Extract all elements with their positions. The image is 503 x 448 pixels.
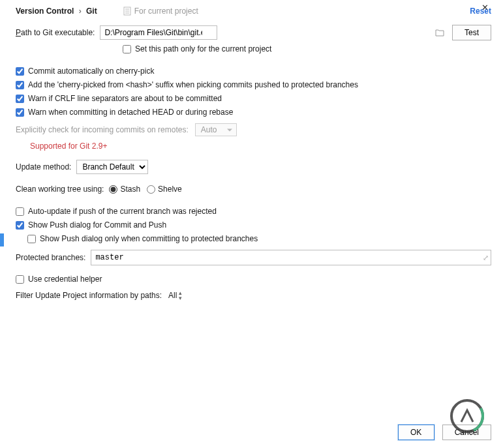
credential-checkbox[interactable] [16, 275, 24, 284]
breadcrumb-root[interactable]: Version Control [16, 7, 74, 16]
set-path-project-checkbox[interactable] [123, 45, 131, 53]
update-method-label: Update method: [16, 162, 71, 172]
git-path-input[interactable] [100, 25, 217, 40]
auto-update-checkbox[interactable] [16, 207, 24, 216]
scope-hint: For current project [123, 7, 198, 16]
supported-note: Supported for Git 2.9+ [30, 142, 491, 151]
detached-label: Warn when committing in detached HEAD or… [28, 108, 233, 117]
path-label: Path to Git executable: [16, 28, 95, 37]
cherry-suffix-label: Add the 'cherry-picked from <hash>' suff… [28, 80, 358, 89]
incoming-select: Auto [195, 123, 237, 136]
credential-label: Use credential helper [28, 275, 102, 284]
watermark-logo: 创新互联 [448, 397, 486, 435]
cherry-suffix-checkbox[interactable] [16, 81, 24, 89]
set-path-project-row: Set this path only for the current proje… [123, 44, 491, 53]
show-push-checkbox[interactable] [16, 221, 24, 230]
test-button[interactable]: Test [452, 25, 491, 40]
update-method-select[interactable]: Branch Default [76, 160, 148, 174]
cherry-pick-label: Commit automatically on cherry-pick [28, 67, 154, 76]
expand-icon[interactable]: ⤢ [483, 254, 489, 262]
crlf-label: Warn if CRLF line separators are about t… [28, 94, 222, 103]
side-indicator [0, 233, 4, 246]
close-icon[interactable]: ✕ [481, 3, 489, 12]
folder-icon[interactable] [435, 29, 444, 37]
protected-label: Protected branches: [16, 253, 85, 262]
stash-radio[interactable] [109, 185, 117, 194]
protected-branches-input[interactable] [91, 250, 491, 265]
stash-label: Stash [120, 185, 140, 194]
filter-value-dropdown[interactable]: All ▴▾ [168, 290, 182, 301]
clean-tree-label: Clean working tree using: [16, 185, 104, 194]
show-push-label: Show Push dialog for Commit and Push [28, 220, 166, 230]
path-row: Path to Git executable: Test [16, 25, 491, 40]
set-path-project-label: Set this path only for the current proje… [135, 44, 271, 53]
breadcrumb: Version Control › Git [16, 7, 97, 16]
auto-update-label: Auto-update if push of the current branc… [28, 207, 217, 216]
chevron-right-icon: › [76, 7, 84, 16]
incoming-label: Explicitly check for incoming commits on… [16, 125, 189, 134]
breadcrumb-leaf: Git [86, 7, 97, 16]
header-bar: Version Control › Git For current projec… [0, 0, 503, 21]
ok-button[interactable]: OK [398, 425, 434, 440]
document-icon [123, 7, 131, 16]
button-bar: OK Cancel 创新互联 [0, 425, 491, 440]
crlf-checkbox[interactable] [16, 95, 24, 103]
cherry-pick-checkbox[interactable] [16, 67, 24, 76]
shelve-label: Shelve [158, 185, 182, 194]
svg-text:创新互联: 创新互联 [459, 429, 475, 434]
detached-checkbox[interactable] [16, 108, 24, 117]
sort-icon: ▴▾ [179, 290, 182, 301]
shelve-radio[interactable] [147, 185, 155, 194]
show-push-protected-label: Show Push dialog only when committing to… [40, 234, 258, 243]
filter-label: Filter Update Project information by pat… [16, 291, 162, 300]
show-push-protected-checkbox[interactable] [27, 235, 36, 243]
